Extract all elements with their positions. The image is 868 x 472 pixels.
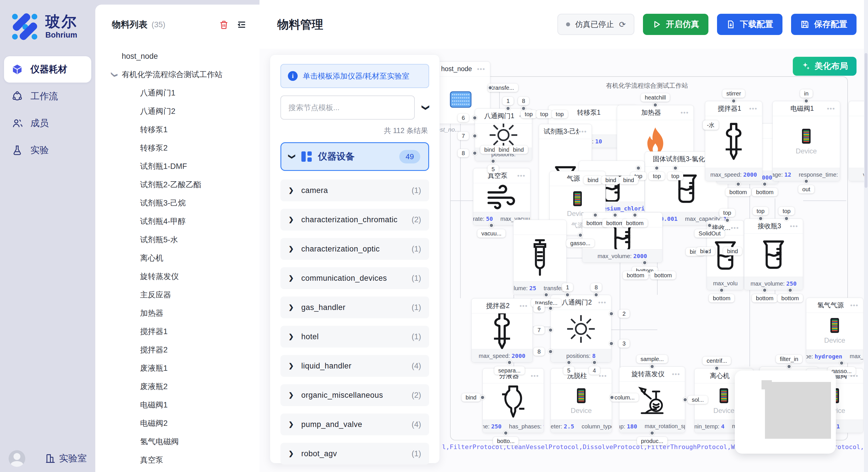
canvas-node-receive-bottle-3[interactable]: 接收瓶3•••max_volume: 250 (744, 218, 803, 290)
port-dot (548, 349, 553, 354)
tree-item-14[interactable]: 搅拌器2 (112, 341, 259, 359)
tree-group-workstation[interactable]: ❯有机化学流程综合测试工作站 (112, 65, 259, 84)
tree-item-3[interactable]: 转移泵2 (112, 139, 259, 157)
play-icon (652, 20, 661, 29)
canvas-node-stirrer-2[interactable]: 搅拌器2•••max_speed: 2000 (471, 298, 533, 363)
tree-item-4[interactable]: 试剂瓶1-DMF (112, 157, 259, 175)
canvas-node-solenoid-1[interactable]: 电磁阀1•••Devicevoltage: 12response_time: 0… (772, 101, 840, 181)
tree-item-host-node[interactable]: host_node (112, 47, 259, 65)
node-menu-icon[interactable]: ••• (827, 105, 835, 112)
tree-item-8[interactable]: 试剂瓶5-水 (112, 231, 259, 249)
tree-item-11[interactable]: 主反应器 (112, 285, 259, 304)
collapse-panel-chevron-icon[interactable]: ❯ (422, 104, 431, 111)
tree-item-2[interactable]: 转移泵1 (112, 121, 259, 139)
node-params: max_volu (707, 277, 744, 290)
node-menu-icon[interactable]: ••• (790, 223, 798, 230)
tree-item-19[interactable]: 氢气电磁阀 (112, 432, 259, 451)
canvas-node-separator[interactable]: 分液器•••volume: 250has_phases: true (483, 368, 544, 433)
category-row-communication_devices[interactable]: ❯communication_devices(1) (280, 267, 429, 289)
node-menu-icon[interactable]: ••• (520, 302, 528, 310)
category-row-characterization_optic[interactable]: ❯characterization_optic(1) (280, 238, 429, 260)
tree-item-10[interactable]: 旋转蒸发仪 (112, 267, 259, 285)
port-label: bottom (622, 219, 648, 227)
tree-item-9[interactable]: 离心机 (112, 249, 259, 267)
tree-item-16[interactable]: 废液瓶2 (112, 377, 259, 396)
delete-all-button[interactable] (218, 19, 230, 31)
refresh-icon[interactable]: ⟳ (619, 20, 626, 29)
category-row-gas_handler[interactable]: ❯gas_handler(1) (280, 297, 429, 318)
canvas-node-solenoid-2[interactable]: voltage: 12 (848, 101, 864, 181)
port-dot (472, 115, 477, 121)
node-menu-icon[interactable]: ••• (477, 65, 485, 73)
node-menu-icon[interactable]: ••• (749, 105, 757, 112)
minimap-panel[interactable] (735, 370, 836, 453)
port-label: top (778, 207, 795, 215)
port-dot (578, 233, 583, 238)
node-menu-icon[interactable]: ••• (599, 372, 607, 380)
port-dot (472, 133, 477, 138)
category-group-devices[interactable]: ❯ 仪器设备 49 (280, 142, 429, 171)
tree-item-15[interactable]: 废液瓶1 (112, 359, 259, 377)
save-config-button[interactable]: 保存配置 (791, 14, 857, 35)
canvas-node-stirrer-1[interactable]: 搅拌器1•••max_speed: 2000 (705, 101, 763, 181)
node-menu-icon[interactable]: ••• (850, 302, 859, 309)
port-label: bottom (709, 294, 734, 303)
node-menu-icon[interactable]: ••• (598, 299, 607, 306)
logo-title: 玻尔 (45, 14, 78, 29)
tree-item-20[interactable]: 真空泵 (112, 451, 259, 469)
sidebar-item-lab[interactable]: 实验室 (45, 452, 87, 465)
tree-item-18[interactable]: 电磁阀2 (112, 414, 259, 432)
template-hint-text: 单击模板添加仪器/耗材至实验室 (303, 71, 409, 81)
node-params: max_volume: 2000 (582, 249, 662, 262)
node-menu-icon[interactable]: ••• (681, 109, 689, 116)
sidebar-item-1[interactable]: 工作流 (4, 83, 91, 109)
port-label: top (753, 207, 769, 215)
port-label: out (798, 185, 814, 194)
simulation-status-pill[interactable]: 仿真已停止 ⟳ (557, 14, 634, 35)
scrollbar-thumb[interactable] (865, 53, 867, 188)
tree-item-13[interactable]: 搅拌器1 (112, 322, 259, 341)
tree-item-0[interactable]: 八通阀门1 (112, 84, 259, 102)
category-row-robot_agv[interactable]: ❯robot_agv(1) (280, 443, 429, 465)
node-menu-icon[interactable]: ••• (517, 172, 526, 179)
beaker-icon (760, 239, 787, 272)
category-row-organic_miscellaneous[interactable]: ❯organic_miscellaneous(2) (280, 384, 429, 406)
node-menu-icon[interactable]: ••• (731, 224, 739, 232)
tree-item-17[interactable]: 电磁阀1 (112, 396, 259, 414)
tree-item-6[interactable]: 试剂瓶3-己烷 (112, 194, 259, 212)
port-label: top (668, 172, 683, 180)
node-menu-icon[interactable]: ••• (672, 370, 680, 378)
category-row-hotel[interactable]: ❯hotel(1) (280, 326, 429, 347)
node-title: 电磁阀1 (777, 104, 827, 113)
category-row-camera[interactable]: ❯camera(1) (280, 179, 429, 201)
chevron-down-icon[interactable]: ❯ (111, 72, 118, 77)
canvas-node-h2-gas-source[interactable]: 氢气气源•••Device_type: hydrogenmax_pre (806, 298, 863, 363)
sidebar-item-label: 实验 (30, 144, 49, 157)
node-menu-icon[interactable]: ••• (531, 372, 539, 380)
category-row-pump_and_valve[interactable]: ❯pump_and_valve(4) (280, 413, 429, 435)
sidebar-item-2[interactable]: 成员 (4, 110, 91, 136)
beautify-layout-button[interactable]: 美化布局 (793, 57, 857, 76)
canvas-node-vacuum-pump[interactable]: 真空泵•••pump_rate: 50max_vacuum: 0.1 (473, 168, 530, 225)
start-simulation-button[interactable]: 开启仿真 (643, 14, 708, 35)
category-row-characterization_chromatic[interactable]: ❯characterization_chromatic(2) (280, 209, 429, 231)
page-scrollbar[interactable] (864, 0, 868, 472)
tree-item-7[interactable]: 试剂瓶4-甲醇 (112, 212, 259, 231)
canvas-node-syringe-pump[interactable]: max_volume: 25transfer_rate: 10 (513, 220, 567, 295)
user-avatar[interactable] (9, 450, 25, 467)
tree-item-5[interactable]: 试剂瓶2-乙酸乙酯 (112, 175, 259, 194)
port-dot (489, 223, 494, 228)
category-row-liquid_handler[interactable]: ❯liquid_handler(4) (280, 355, 429, 377)
port-dot (784, 216, 789, 221)
sidebar-item-3[interactable]: 实验 (4, 137, 91, 164)
sidebar-item-0[interactable]: 仪器耗材 (4, 56, 91, 82)
device-icon (802, 129, 811, 144)
search-template-input[interactable] (280, 96, 415, 120)
tree-item-1[interactable]: 八通阀门2 (112, 102, 259, 121)
collapse-list-button[interactable] (236, 19, 248, 31)
tree-item-12[interactable]: 加热器 (112, 304, 259, 322)
canvas-node-elution-column[interactable]: 洗脱柱•••Devicediameter: 2.5column_type: si (551, 368, 612, 433)
download-config-button[interactable]: 下载配置 (717, 14, 782, 35)
node-graph-canvas[interactable]: 美化布局 i 单击模板添加仪器/耗材至实验室 ❯ 共 112 条结果 ❯ 仪器设… (259, 49, 864, 472)
node-menu-icon[interactable]: ••• (579, 128, 587, 135)
